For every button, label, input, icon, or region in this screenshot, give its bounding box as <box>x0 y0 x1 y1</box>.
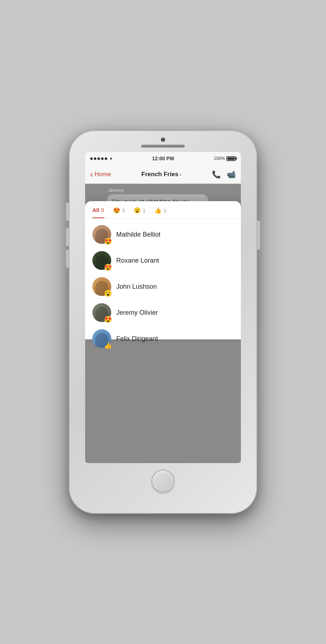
chat-area: Jeremy ✉ Hey guys, at what time do you t… <box>85 184 241 339</box>
john-emoji-badge: 😮 <box>104 290 112 297</box>
nav-title-chevron-icon: › <box>180 171 181 177</box>
list-item[interactable]: 😮 John Lushson <box>85 274 241 300</box>
reaction-tabs: All 5 😍 3 😮 1 👍 1 <box>85 201 241 219</box>
roxane-emoji-badge: 😍 <box>104 264 112 271</box>
roxane-name: Roxane Lorant <box>116 257 159 264</box>
jeremy-emoji-badge: 😍 <box>104 316 112 323</box>
list-item[interactable]: 😍 Roxane Lorant <box>85 247 241 274</box>
speaker-bar <box>141 145 185 148</box>
signal-dot-5 <box>105 157 107 160</box>
back-button[interactable]: Home <box>90 169 111 179</box>
mathilde-emoji-badge: 😍 <box>104 238 112 245</box>
tab-heart-eyes-count: 3 <box>122 207 125 213</box>
tab-wow-count: 1 <box>143 207 146 213</box>
avatar-jeremy-reaction: 😍 <box>92 303 111 322</box>
battery-area: 100% <box>214 156 236 161</box>
home-button[interactable] <box>151 470 175 493</box>
signal-dot-4 <box>101 157 104 160</box>
nav-actions: 📞 📹 <box>212 170 236 179</box>
thumbsup-emoji: 👍 <box>154 207 162 214</box>
phone-bottom <box>69 463 257 501</box>
back-label: Home <box>95 171 111 178</box>
avatar-felix: 👍 <box>92 329 111 348</box>
sender-name-jeremy: Jeremy <box>108 187 237 193</box>
reaction-tab-all[interactable]: All 5 <box>92 207 104 218</box>
phone-screen: ▾ 12:00 PM 100% Home French Fries › 📞 <box>85 152 241 463</box>
phone-top <box>69 130 257 152</box>
reaction-tab-heart-eyes[interactable]: 😍 3 <box>113 207 125 218</box>
battery-percentage: 100% <box>214 156 225 161</box>
status-time: 12:00 PM <box>152 156 174 161</box>
reaction-list: 😍 Mathilde Belliot 😍 Roxane Lorant <box>85 219 241 355</box>
phone-call-icon[interactable]: 📞 <box>212 170 221 179</box>
reaction-panel: All 5 😍 3 😮 1 👍 1 <box>85 201 241 339</box>
tab-all-count: 5 <box>101 207 104 213</box>
status-bar: ▾ 12:00 PM 100% <box>85 152 241 165</box>
list-item[interactable]: 😍 Mathilde Belliot <box>85 221 241 247</box>
jeremy-name: Jeremy Olivier <box>116 309 158 317</box>
back-chevron-icon <box>90 169 93 179</box>
john-name: John Lushson <box>116 283 157 291</box>
avatar-mathilde: 😍 <box>92 225 111 244</box>
avatar-roxane: 😍 <box>92 251 111 270</box>
tab-thumbsup-count: 1 <box>163 207 166 213</box>
felix-emoji-badge: 👍 <box>104 342 112 349</box>
heart-eyes-emoji: 😍 <box>113 207 120 214</box>
signal-dot-3 <box>97 157 100 160</box>
reaction-tab-wow[interactable]: 😮 1 <box>134 207 146 218</box>
nav-title-text: French Fries <box>141 171 178 178</box>
navigation-bar: Home French Fries › 📞 📹 <box>85 165 241 184</box>
signal-dot-1 <box>90 157 93 160</box>
reaction-tab-thumbsup[interactable]: 👍 1 <box>154 207 166 218</box>
mathilde-name: Mathilde Belliot <box>116 231 160 238</box>
avatar-john: 😮 <box>92 277 111 296</box>
camera-dot <box>161 137 165 142</box>
battery-fill <box>227 157 235 160</box>
wow-emoji: 😮 <box>134 207 141 214</box>
phone-frame: ▾ 12:00 PM 100% Home French Fries › 📞 <box>69 130 257 514</box>
list-item[interactable]: 😍 Jeremy Olivier <box>85 300 241 326</box>
felix-name: Felix Dirigeant <box>116 335 158 343</box>
tab-all-label: All <box>92 207 99 213</box>
battery-icon <box>226 156 236 161</box>
signal-dot-2 <box>94 157 96 160</box>
wifi-icon: ▾ <box>110 156 112 161</box>
video-call-icon[interactable]: 📹 <box>227 170 236 179</box>
signal-area: ▾ <box>90 156 112 161</box>
nav-title[interactable]: French Fries › <box>141 171 181 178</box>
list-item[interactable]: 👍 Felix Dirigeant <box>85 326 241 352</box>
